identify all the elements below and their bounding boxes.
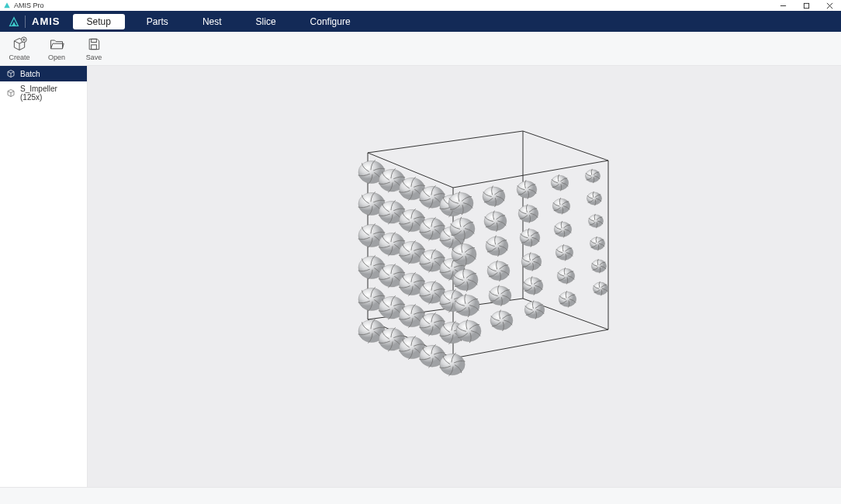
svg-point-63 xyxy=(521,253,542,270)
sidebar-item-label: Batch xyxy=(20,70,40,78)
svg-point-64 xyxy=(555,245,573,260)
main-area: Batch S_Impeller (125x) xyxy=(0,66,841,487)
svg-point-68 xyxy=(523,277,543,294)
open-icon xyxy=(49,36,64,52)
svg-point-61 xyxy=(453,269,478,290)
svg-point-66 xyxy=(455,295,479,316)
svg-marker-6 xyxy=(12,22,16,26)
sidebar: Batch S_Impeller (125x) xyxy=(0,66,88,487)
save-label: Save xyxy=(86,54,102,61)
sidebar-item-part[interactable]: S_Impeller (125x) xyxy=(0,81,87,105)
svg-rect-2 xyxy=(804,3,808,8)
svg-marker-0 xyxy=(4,2,10,8)
tab-slice[interactable]: Slice xyxy=(239,11,293,32)
open-label: Open xyxy=(48,54,65,61)
svg-point-52 xyxy=(484,212,507,230)
svg-point-72 xyxy=(490,311,513,330)
window-controls xyxy=(771,0,841,11)
svg-point-74 xyxy=(559,292,576,306)
sidebar-item-label: S_Impeller (125x) xyxy=(20,85,81,102)
tab-parts-label: Parts xyxy=(147,16,168,27)
tab-setup[interactable]: Setup xyxy=(73,14,125,29)
sidebar-item-batch[interactable]: Batch xyxy=(0,66,87,81)
brand-divider xyxy=(25,16,26,28)
maximize-button[interactable] xyxy=(794,0,818,11)
window-title: AMIS Pro xyxy=(14,2,44,9)
app-icon xyxy=(3,2,11,9)
svg-point-47 xyxy=(483,187,505,205)
svg-point-57 xyxy=(486,236,508,255)
save-button[interactable]: Save xyxy=(81,36,107,61)
brand-name: AMIS xyxy=(32,16,61,27)
viewport-3d[interactable] xyxy=(88,66,841,487)
svg-point-75 xyxy=(593,282,607,295)
statusbar xyxy=(0,487,841,504)
svg-point-69 xyxy=(557,268,574,283)
svg-point-73 xyxy=(524,301,545,318)
window-titlebar: AMIS Pro xyxy=(0,0,841,11)
menubar: AMIS Setup Parts Nest Slice Configure xyxy=(0,11,841,32)
tab-parts[interactable]: Parts xyxy=(130,11,185,32)
svg-point-67 xyxy=(489,286,511,305)
svg-rect-10 xyxy=(92,39,97,42)
create-icon xyxy=(12,36,27,52)
svg-point-71 xyxy=(456,320,481,341)
titlebar-left: AMIS Pro xyxy=(3,2,44,9)
svg-point-49 xyxy=(551,175,568,190)
tab-nest-label: Nest xyxy=(202,16,222,27)
tab-configure[interactable]: Configure xyxy=(293,11,368,32)
tab-nest[interactable]: Nest xyxy=(185,11,239,32)
tab-slice-label: Slice xyxy=(256,16,276,27)
batch-icon xyxy=(6,69,16,78)
part-icon xyxy=(6,88,16,98)
svg-point-59 xyxy=(554,222,571,236)
svg-rect-11 xyxy=(92,44,97,49)
svg-point-60 xyxy=(588,214,603,226)
create-button[interactable]: Create xyxy=(6,36,33,61)
build-volume-scene xyxy=(306,129,624,424)
close-button[interactable] xyxy=(818,0,841,11)
tab-configure-label: Configure xyxy=(310,16,351,27)
tab-setup-label: Setup xyxy=(87,16,111,27)
menu-tabs: Setup Parts Nest Slice Configure xyxy=(68,11,368,32)
svg-point-46 xyxy=(448,192,473,213)
create-label: Create xyxy=(9,54,29,61)
svg-point-51 xyxy=(450,218,475,239)
brand-logo-icon xyxy=(8,16,20,28)
svg-point-58 xyxy=(520,229,540,246)
brand: AMIS xyxy=(0,11,68,32)
minimize-button[interactable] xyxy=(771,0,794,11)
svg-point-54 xyxy=(552,198,569,213)
save-icon xyxy=(86,36,102,52)
svg-point-56 xyxy=(452,243,476,264)
svg-point-48 xyxy=(517,181,537,198)
svg-point-50 xyxy=(585,169,600,181)
toolbar: Create Open Save xyxy=(0,32,841,66)
open-button[interactable]: Open xyxy=(43,36,70,61)
svg-point-62 xyxy=(487,261,510,280)
svg-point-55 xyxy=(587,192,601,204)
svg-point-70 xyxy=(591,260,606,272)
svg-point-65 xyxy=(590,236,604,249)
svg-point-53 xyxy=(518,205,538,222)
